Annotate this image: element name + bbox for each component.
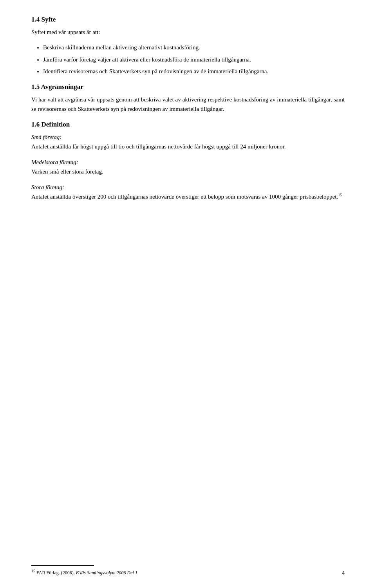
sub-small-label-text: Små företag: [31,134,61,140]
footnote-title: FARs Samlingsvolym 2006 Del 1 [76,570,137,575]
sub-large-label-text: Stora företag: [31,184,64,190]
footnote-divider [31,565,94,566]
section-1-4: 1.4 Syfte Syftet med vår uppsats är att:… [31,16,345,76]
bullet-item: Identifiera revisorernas och Skatteverke… [43,67,345,76]
section-1-6: 1.6 Definition Små företag: Antalet anst… [31,121,345,201]
page: 1.4 Syfte Syftet med vår uppsats är att:… [0,0,376,588]
sub-small-body: Antalet anställda får högst uppgå till t… [31,143,286,150]
sub-medium-label-text: Medelstora företag: [31,159,78,165]
sub-small-label: Små företag: Antalet anställda får högst… [31,132,345,151]
sub-small-companies: Små företag: Antalet anställda får högst… [31,132,345,151]
sub-large-label: Stora företag: Antalet anställda översti… [31,183,345,201]
footnote-area: 15 FAR Förlag. (2006). FARs Samlingsvoly… [31,565,345,576]
footnote-number: 15 [31,569,35,573]
bullet-item: Beskriva skillnaderna mellan aktivering … [43,43,345,52]
section-1-4-title: 1.4 Syfte [31,16,345,24]
footnote-publisher: FAR Förlag. (2006). [36,570,75,575]
section-1-4-bullets: Beskriva skillnaderna mellan aktivering … [43,43,345,76]
section-1-5-title: 1.5 Avgränsningar [31,83,345,91]
section-1-6-title: 1.6 Definition [31,121,345,128]
section-1-4-intro: Syftet med vår uppsats är att: [31,27,345,37]
sub-medium-label: Medelstora företag: Varken små eller sto… [31,157,345,176]
section-1-5-body: Vi har valt att avgränsa vår uppsats gen… [31,95,345,114]
sub-medium-body: Varken små eller stora företag. [31,168,103,175]
footnote-text: 15 FAR Förlag. (2006). FARs Samlingsvoly… [31,568,345,576]
section-1-5: 1.5 Avgränsningar Vi har valt att avgrän… [31,83,345,114]
sub-medium-companies: Medelstora företag: Varken små eller sto… [31,157,345,176]
footnote-ref-15: 15 [338,193,342,197]
sub-large-companies: Stora företag: Antalet anställda översti… [31,183,345,201]
sub-large-body: Antalet anställda överstiger 200 och til… [31,194,338,200]
bullet-item: Jämföra varför företag väljer att aktive… [43,55,345,64]
page-number: 4 [342,570,345,576]
